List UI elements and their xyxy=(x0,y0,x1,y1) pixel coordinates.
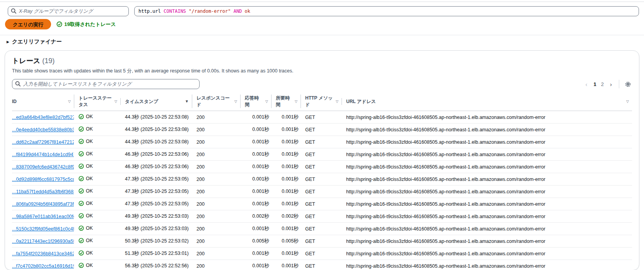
traces-table: ID▽ トレースステータス▽ タイムスタンプ▼ レスポンスコード▽ 応答時間▽ … xyxy=(12,93,632,270)
column-header-trace-status[interactable]: トレースステータス▽ xyxy=(74,93,120,111)
status-indicator: OK xyxy=(79,250,93,256)
http-method-cell: GET xyxy=(301,161,342,173)
status-ok-icon xyxy=(79,188,84,194)
status-ok-icon xyxy=(79,250,84,256)
response-time-cell: 0.001秒 xyxy=(240,198,271,210)
response-code-cell: 200 xyxy=(192,124,240,136)
timestamp-cell: 44.3秒 (2025-10-25 22:53:08) xyxy=(120,111,192,124)
trace-id-link[interactable]: ...8387009efc6ed436742c8f9e xyxy=(12,164,74,170)
trace-id-link[interactable]: ...dd62c2aaf72967f81e472123 xyxy=(12,139,74,145)
http-method-cell: GET xyxy=(301,111,342,124)
column-header-duration[interactable]: 所要時間▽ xyxy=(271,93,301,111)
table-row: ...11ba57f1edd4d5a3fb6f3683 OK 47.3秒 (20… xyxy=(12,186,632,198)
http-method-cell: GET xyxy=(301,186,342,198)
table-row: ...fa7554f20236b8413ce3462b OK 51.3秒 (20… xyxy=(12,248,632,260)
http-method-cell: GET xyxy=(301,223,342,235)
url-cell: http://spring-alb16-t9ciss3zfdoi-4616085… xyxy=(342,111,632,124)
run-query-button[interactable]: クエリの実行 xyxy=(5,19,51,29)
trace-id-link[interactable]: ...5150c32f9fd05eef861c0c4f xyxy=(12,226,74,232)
column-header-url[interactable]: URL アドレス▽ xyxy=(342,93,632,111)
trace-id-link[interactable]: ...0a22117443ec1f296930a5f2 xyxy=(12,239,74,244)
trace-id-link[interactable]: ...f7c4702b802cc5a16916d19d xyxy=(12,263,74,269)
timestamp-cell: 46.3秒 (2025-10-25 22:53:06) xyxy=(120,148,192,161)
xray-group-filter-input[interactable] xyxy=(8,6,129,16)
duration-cell: 0.001秒 xyxy=(271,148,301,161)
success-check-icon xyxy=(56,21,62,27)
http-method-cell: GET xyxy=(301,124,342,136)
response-code-cell: 200 xyxy=(192,198,240,210)
table-row: ...dd62c2aaf72967f81e472123 OK 44.3秒 (20… xyxy=(12,136,632,148)
trace-id-link[interactable]: ...fa7554f20236b8413ce3462b xyxy=(12,251,74,256)
trace-id-link[interactable]: ...0d92d898f6cc6817975c5cd3 xyxy=(12,177,74,182)
status-label: OK xyxy=(86,114,93,119)
response-time-cell: 0.001秒 xyxy=(240,260,271,270)
http-method-cell: GET xyxy=(301,173,342,186)
response-time-cell: 0.001秒 xyxy=(240,248,271,260)
column-header-response-time[interactable]: 応答時間▽ xyxy=(240,93,271,111)
timestamp-cell: 47.3秒 (2025-10-25 22:53:05) xyxy=(120,186,192,198)
column-header-response-code[interactable]: レスポンスコード▽ xyxy=(192,93,240,111)
page-button-2[interactable]: 2 xyxy=(599,81,606,88)
duration-cell: 0.001秒 xyxy=(271,136,301,148)
column-header-id[interactable]: ID▽ xyxy=(12,93,74,111)
duration-cell: 0.001秒 xyxy=(271,223,301,235)
trace-id-link[interactable]: ...0e4eedd40cbe55838e80b3a6 xyxy=(12,127,74,132)
trace-id-link[interactable]: ...98a5867e011ab361eac00fe6 xyxy=(12,214,74,219)
trace-id-link[interactable]: ...806fa092f4b56f43895af73f xyxy=(12,201,74,207)
timestamp-cell: 44.3秒 (2025-10-25 22:53:08) xyxy=(120,124,192,136)
column-header-timestamp[interactable]: タイムスタンプ▼ xyxy=(120,93,192,111)
status-ok-icon xyxy=(79,126,84,132)
query-toolbar: http.url CONTAINS "/random-error" AND ok xyxy=(0,2,644,16)
table-row: ...ed3a664b43ef8e82d7bf527b OK 44.3秒 (20… xyxy=(12,111,632,124)
query-refiner-label: クエリリファイナー xyxy=(12,38,62,45)
status-indicator: OK xyxy=(79,213,93,218)
trace-query-editor[interactable]: http.url CONTAINS "/random-error" AND ok xyxy=(134,6,639,16)
status-ok-icon xyxy=(79,238,84,243)
status-ok-icon xyxy=(79,114,84,119)
table-row: ...5150c32f9fd05eef861c0c4f OK 49.3秒 (20… xyxy=(12,223,632,235)
page-button-1[interactable]: 1 xyxy=(591,81,599,88)
query-refiner-expander[interactable]: ▶ クエリリファイナー xyxy=(0,35,644,45)
status-label: OK xyxy=(86,201,93,206)
response-code-cell: 200 xyxy=(192,136,240,148)
status-indicator: OK xyxy=(79,163,93,169)
timestamp-cell: 49.3秒 (2025-10-25 22:53:03) xyxy=(120,223,192,235)
sort-icon: ▽ xyxy=(114,100,117,103)
trace-id-link[interactable]: ...f84199d4474b1c4de1cd947b xyxy=(12,152,74,157)
duration-cell: 0.001秒 xyxy=(271,161,301,173)
response-time-cell: 0.001秒 xyxy=(240,186,271,198)
status-indicator: OK xyxy=(79,188,93,194)
url-cell: http://spring-alb16-t9ciss3zfdoi-4616085… xyxy=(342,124,632,136)
response-code-cell: 200 xyxy=(192,210,240,223)
query-token-field: http.url xyxy=(138,9,164,14)
trace-list-filter-input[interactable] xyxy=(12,79,200,89)
status-indicator: OK xyxy=(79,225,93,231)
status-label: OK xyxy=(86,225,93,231)
gear-icon xyxy=(625,81,631,88)
duration-cell: 0.001秒 xyxy=(271,260,301,270)
status-ok-icon xyxy=(79,163,84,169)
status-label: OK xyxy=(86,163,93,169)
trace-id-link[interactable]: ...ed3a664b43ef8e82d7bf527b xyxy=(12,115,74,120)
response-code-cell: 200 xyxy=(192,235,240,248)
table-controls: ‹ 12 › xyxy=(12,79,632,89)
next-page-button[interactable]: › xyxy=(608,80,614,88)
response-time-cell: 0.005秒 xyxy=(240,235,271,248)
table-settings-button[interactable] xyxy=(624,80,632,88)
url-cell: http://spring-alb16-t9ciss3zfdoi-4616085… xyxy=(342,210,632,223)
controls-divider xyxy=(619,80,619,88)
column-header-http-method[interactable]: HTTP メソッド▽ xyxy=(301,93,342,111)
trace-id-link[interactable]: ...11ba57f1edd4d5a3fb6f3683 xyxy=(12,189,74,194)
duration-cell: 0.001秒 xyxy=(271,186,301,198)
sort-desc-icon: ▼ xyxy=(185,100,189,103)
status-label: OK xyxy=(86,238,93,243)
status-indicator: OK xyxy=(79,151,93,156)
previous-page-button[interactable]: ‹ xyxy=(583,80,590,88)
status-label: OK xyxy=(86,188,93,194)
traces-panel: トレース (19) This table shows traces with u… xyxy=(5,50,639,270)
response-time-cell: 0.001秒 xyxy=(240,173,271,186)
search-icon xyxy=(15,81,21,87)
url-cell: http://spring-alb16-t9ciss3zfdoi-4616085… xyxy=(342,248,632,260)
status-label: OK xyxy=(86,213,93,218)
status-indicator: OK xyxy=(79,139,93,144)
